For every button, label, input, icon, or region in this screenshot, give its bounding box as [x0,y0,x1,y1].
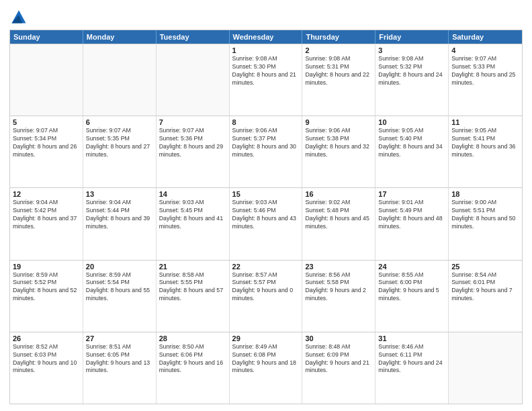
day-number: 22 [232,263,300,271]
day-number: 9 [305,118,372,126]
day-header-tuesday: Tuesday [157,30,230,44]
day-info: Sunrise: 9:05 AM Sunset: 5:40 PM Dayligh… [378,127,445,159]
day-cell-2: 2Sunrise: 9:08 AM Sunset: 5:31 PM Daylig… [302,44,375,116]
day-number: 11 [451,118,519,126]
logo-icon [9,7,28,26]
day-info: Sunrise: 9:07 AM Sunset: 5:36 PM Dayligh… [159,127,226,159]
day-info: Sunrise: 9:07 AM Sunset: 5:33 PM Dayligh… [451,55,519,87]
day-cell-23: 23Sunrise: 8:56 AM Sunset: 5:58 PM Dayli… [302,261,375,332]
day-info: Sunrise: 9:00 AM Sunset: 5:51 PM Dayligh… [451,199,519,231]
day-number: 26 [13,334,80,342]
day-cell-17: 17Sunrise: 9:01 AM Sunset: 5:49 PM Dayli… [375,188,449,259]
day-number: 19 [13,263,80,271]
day-info: Sunrise: 8:58 AM Sunset: 5:55 PM Dayligh… [159,271,226,304]
day-cell-empty-w4c6 [449,332,522,404]
day-cell-16: 16Sunrise: 9:02 AM Sunset: 5:48 PM Dayli… [302,188,375,259]
day-cell-24: 24Sunrise: 8:55 AM Sunset: 6:00 PM Dayli… [375,261,449,332]
day-cell-9: 9Sunrise: 9:06 AM Sunset: 5:38 PM Daylig… [302,116,375,187]
day-info: Sunrise: 9:07 AM Sunset: 5:34 PM Dayligh… [13,127,80,159]
day-cell-7: 7Sunrise: 9:07 AM Sunset: 5:36 PM Daylig… [157,116,230,187]
day-number: 17 [378,190,445,198]
day-cell-5: 5Sunrise: 9:07 AM Sunset: 5:34 PM Daylig… [10,116,83,187]
day-info: Sunrise: 9:04 AM Sunset: 5:42 PM Dayligh… [13,199,80,231]
header [9,7,523,26]
day-number: 28 [159,334,226,342]
logo [9,7,31,26]
day-number: 29 [232,334,300,342]
day-info: Sunrise: 9:04 AM Sunset: 5:44 PM Dayligh… [86,199,153,231]
day-cell-19: 19Sunrise: 8:59 AM Sunset: 5:52 PM Dayli… [10,261,83,332]
day-cell-4: 4Sunrise: 9:07 AM Sunset: 5:33 PM Daylig… [449,44,522,116]
day-header-wednesday: Wednesday [230,30,303,44]
day-number: 7 [159,118,226,126]
day-info: Sunrise: 9:08 AM Sunset: 5:31 PM Dayligh… [305,55,372,87]
day-number: 12 [13,190,80,198]
day-cell-empty-w0c1 [83,44,157,116]
day-number: 1 [232,46,300,54]
day-info: Sunrise: 8:50 AM Sunset: 6:06 PM Dayligh… [159,343,226,375]
day-cell-6: 6Sunrise: 9:07 AM Sunset: 5:35 PM Daylig… [83,116,157,187]
day-cell-10: 10Sunrise: 9:05 AM Sunset: 5:40 PM Dayli… [375,116,449,187]
week-row-4: 19Sunrise: 8:59 AM Sunset: 5:52 PM Dayli… [10,260,522,332]
day-cell-14: 14Sunrise: 9:03 AM Sunset: 5:45 PM Dayli… [157,188,230,259]
day-cell-empty-w0c2 [157,44,230,116]
day-info: Sunrise: 8:56 AM Sunset: 5:58 PM Dayligh… [305,271,372,304]
day-number: 15 [232,190,300,198]
day-cell-31: 31Sunrise: 8:46 AM Sunset: 6:11 PM Dayli… [375,332,449,404]
day-number: 4 [451,46,519,54]
day-cell-empty-w0c0 [10,44,83,116]
day-number: 21 [159,263,226,271]
day-number: 14 [159,190,226,198]
day-info: Sunrise: 9:05 AM Sunset: 5:41 PM Dayligh… [451,127,519,159]
day-number: 25 [451,263,519,271]
day-info: Sunrise: 8:52 AM Sunset: 6:03 PM Dayligh… [13,343,80,375]
day-info: Sunrise: 9:07 AM Sunset: 5:35 PM Dayligh… [86,127,153,159]
day-number: 20 [86,263,153,271]
week-row-5: 26Sunrise: 8:52 AM Sunset: 6:03 PM Dayli… [10,332,522,404]
day-info: Sunrise: 9:06 AM Sunset: 5:37 PM Dayligh… [232,127,300,159]
day-info: Sunrise: 8:55 AM Sunset: 6:00 PM Dayligh… [378,271,445,304]
day-info: Sunrise: 9:01 AM Sunset: 5:49 PM Dayligh… [378,199,445,231]
page: SundayMondayTuesdayWednesdayThursdayFrid… [0,0,532,411]
day-cell-29: 29Sunrise: 8:49 AM Sunset: 6:08 PM Dayli… [230,332,303,404]
day-info: Sunrise: 8:51 AM Sunset: 6:05 PM Dayligh… [86,343,153,375]
day-number: 2 [305,46,372,54]
day-cell-8: 8Sunrise: 9:06 AM Sunset: 5:37 PM Daylig… [230,116,303,187]
day-cell-28: 28Sunrise: 8:50 AM Sunset: 6:06 PM Dayli… [157,332,230,404]
week-row-2: 5Sunrise: 9:07 AM Sunset: 5:34 PM Daylig… [10,116,522,187]
day-info: Sunrise: 8:57 AM Sunset: 5:57 PM Dayligh… [232,271,300,304]
day-header-thursday: Thursday [302,30,375,44]
day-number: 24 [378,263,445,271]
day-cell-22: 22Sunrise: 8:57 AM Sunset: 5:57 PM Dayli… [230,261,303,332]
day-info: Sunrise: 9:06 AM Sunset: 5:38 PM Dayligh… [305,127,372,159]
day-number: 3 [378,46,445,54]
day-cell-21: 21Sunrise: 8:58 AM Sunset: 5:55 PM Dayli… [157,261,230,332]
day-cell-20: 20Sunrise: 8:59 AM Sunset: 5:54 PM Dayli… [83,261,157,332]
day-number: 8 [232,118,300,126]
day-info: Sunrise: 8:59 AM Sunset: 5:54 PM Dayligh… [86,271,153,304]
day-number: 16 [305,190,372,198]
day-info: Sunrise: 8:46 AM Sunset: 6:11 PM Dayligh… [378,343,445,375]
day-cell-25: 25Sunrise: 8:54 AM Sunset: 6:01 PM Dayli… [449,261,522,332]
day-number: 27 [86,334,153,342]
day-info: Sunrise: 8:54 AM Sunset: 6:01 PM Dayligh… [451,271,519,304]
day-number: 6 [86,118,153,126]
day-info: Sunrise: 9:03 AM Sunset: 5:45 PM Dayligh… [159,199,226,231]
day-info: Sunrise: 8:49 AM Sunset: 6:08 PM Dayligh… [232,343,300,375]
calendar-header: SundayMondayTuesdayWednesdayThursdayFrid… [10,30,522,44]
day-number: 10 [378,118,445,126]
day-cell-11: 11Sunrise: 9:05 AM Sunset: 5:41 PM Dayli… [449,116,522,187]
calendar-body: 1Sunrise: 9:08 AM Sunset: 5:30 PM Daylig… [10,44,522,404]
day-cell-1: 1Sunrise: 9:08 AM Sunset: 5:30 PM Daylig… [230,44,303,116]
day-cell-18: 18Sunrise: 9:00 AM Sunset: 5:51 PM Dayli… [449,188,522,259]
day-cell-3: 3Sunrise: 9:08 AM Sunset: 5:32 PM Daylig… [375,44,449,116]
day-info: Sunrise: 9:02 AM Sunset: 5:48 PM Dayligh… [305,199,372,231]
day-header-friday: Friday [375,30,449,44]
day-number: 18 [451,190,519,198]
day-info: Sunrise: 9:08 AM Sunset: 5:30 PM Dayligh… [232,55,300,87]
day-cell-26: 26Sunrise: 8:52 AM Sunset: 6:03 PM Dayli… [10,332,83,404]
day-number: 13 [86,190,153,198]
day-header-monday: Monday [83,30,157,44]
calendar: SundayMondayTuesdayWednesdayThursdayFrid… [9,30,523,404]
day-number: 31 [378,334,445,342]
